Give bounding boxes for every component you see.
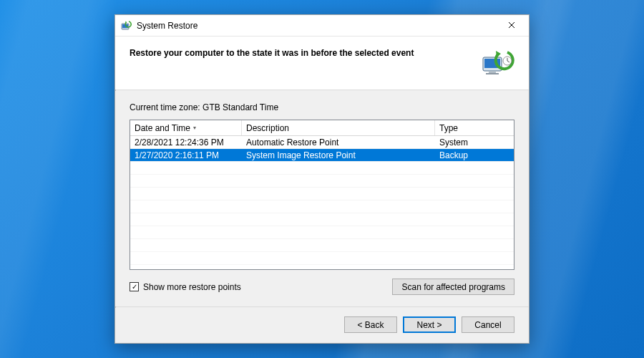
column-type[interactable]: Type xyxy=(435,120,514,135)
table-row-empty xyxy=(130,213,514,226)
dialog-header: Restore your computer to the state it wa… xyxy=(115,37,529,90)
close-button[interactable] xyxy=(496,15,527,35)
column-date-label: Date and Time xyxy=(135,123,190,133)
sort-indicator-icon: ▾ xyxy=(193,125,196,131)
dialog-footer: < Back Next > Cancel xyxy=(115,308,529,343)
back-button[interactable]: < Back xyxy=(344,316,397,333)
table-header: Date and Time ▾ Description Type xyxy=(130,120,514,136)
table-row-empty xyxy=(130,188,514,200)
window-title: System Restore xyxy=(137,21,496,31)
system-restore-icon xyxy=(121,20,132,32)
column-type-label: Type xyxy=(439,123,458,133)
column-description-label: Description xyxy=(246,123,289,133)
cell-type: System xyxy=(435,137,514,147)
cell-type: Backup xyxy=(435,150,514,160)
timezone-label: Current time zone: GTB Standard Time xyxy=(130,102,514,112)
checkbox-box: ✓ xyxy=(130,282,139,291)
cell-date: 2/28/2021 12:24:36 PM xyxy=(130,137,242,147)
next-button[interactable]: Next > xyxy=(403,316,456,333)
restore-big-icon xyxy=(482,48,514,77)
table-row-empty xyxy=(130,239,514,252)
system-restore-dialog: System Restore Restore your computer to … xyxy=(114,14,530,344)
show-more-label: Show more restore points xyxy=(143,282,241,292)
column-description[interactable]: Description xyxy=(242,120,435,135)
dialog-body: Current time zone: GTB Standard Time Dat… xyxy=(115,91,529,306)
cancel-button[interactable]: Cancel xyxy=(462,316,514,333)
svg-rect-5 xyxy=(486,73,499,74)
table-row-empty xyxy=(130,200,514,213)
below-table-controls: ✓ Show more restore points Scan for affe… xyxy=(130,270,514,304)
table-row-empty xyxy=(130,265,514,269)
cell-date: 1/27/2020 2:16:11 PM xyxy=(130,150,242,160)
table-row-empty xyxy=(130,162,514,175)
table-row-empty xyxy=(130,175,514,188)
table-row[interactable]: 2/28/2021 12:24:36 PMAutomatic Restore P… xyxy=(130,136,514,149)
cell-description: Automatic Restore Point xyxy=(242,137,435,147)
table-row-empty xyxy=(130,226,514,239)
show-more-checkbox[interactable]: ✓ Show more restore points xyxy=(130,282,241,292)
svg-rect-4 xyxy=(489,71,496,73)
table-row-empty xyxy=(130,252,514,265)
dialog-heading: Restore your computer to the state it wa… xyxy=(130,48,473,58)
table-body: 2/28/2021 12:24:36 PMAutomatic Restore P… xyxy=(130,136,514,269)
titlebar[interactable]: System Restore xyxy=(115,15,529,37)
scan-affected-button[interactable]: Scan for affected programs xyxy=(392,279,514,295)
restore-points-table: Date and Time ▾ Description Type 2/28/20… xyxy=(130,120,514,270)
cell-description: System Image Restore Point xyxy=(242,150,435,160)
column-date-time[interactable]: Date and Time ▾ xyxy=(130,120,242,135)
close-icon xyxy=(508,21,515,29)
table-row[interactable]: 1/27/2020 2:16:11 PMSystem Image Restore… xyxy=(130,149,514,162)
